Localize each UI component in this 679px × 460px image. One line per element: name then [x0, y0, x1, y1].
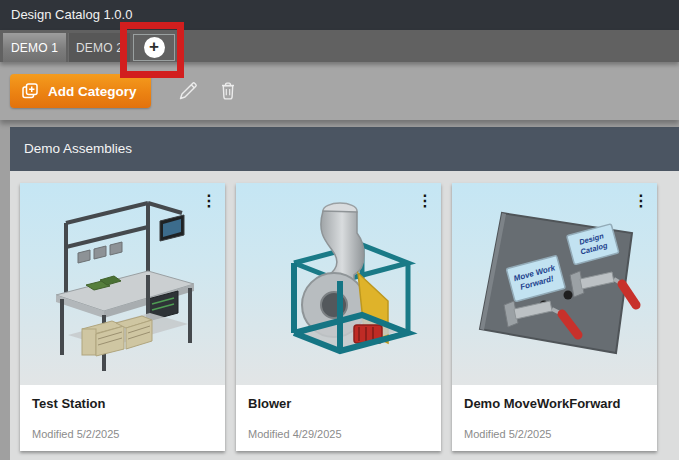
kebab-menu-icon[interactable]: ⋮ — [631, 187, 651, 213]
card-modified-date: Modified 5/2/2025 — [32, 428, 213, 440]
card-test-station[interactable]: ⋮ Test Station Modified 5/2/2025 — [20, 183, 225, 451]
add-tab-button[interactable]: + — [133, 34, 175, 61]
card-modified-date: Modified 4/29/2025 — [248, 428, 429, 440]
add-category-plus-icon — [20, 81, 40, 101]
card-blower[interactable]: ⋮ Blower Modified 4/29/2025 — [236, 183, 441, 451]
card-modified-date: Modified 5/2/2025 — [464, 428, 645, 440]
tab-demo-1-label: DEMO 1 — [11, 41, 58, 55]
card-demo-moveworkforward[interactable]: Move Work Forward! Design Catalog — [452, 183, 657, 451]
card-thumbnail-area: ⋮ — [20, 183, 225, 385]
add-category-button[interactable]: Add Category — [10, 74, 151, 108]
moveworkforward-thumbnail: Move Work Forward! Design Catalog — [452, 183, 657, 385]
window-title: Design Catalog 1.0.0 — [11, 7, 132, 22]
card-title: Test Station — [32, 396, 213, 411]
card-thumbnail-area: Move Work Forward! Design Catalog — [452, 183, 657, 385]
panel-header: Demo Assemblies — [10, 127, 679, 171]
card-info: Blower Modified 4/29/2025 — [236, 385, 441, 440]
card-title: Blower — [248, 396, 429, 411]
card-info: Test Station Modified 5/2/2025 — [20, 385, 225, 440]
kebab-menu-icon[interactable]: ⋮ — [199, 187, 219, 213]
test-station-thumbnail — [20, 183, 225, 385]
delete-trash-icon[interactable] — [215, 78, 241, 104]
edit-pencil-icon[interactable] — [175, 78, 201, 104]
panel-header-label: Demo Assemblies — [24, 141, 132, 156]
title-bar: Design Catalog 1.0.0 — [0, 0, 679, 30]
tab-strip: DEMO 1 DEMO 2 + — [0, 30, 679, 62]
plus-icon: + — [144, 37, 165, 58]
card-info: Demo MoveWorkForward Modified 5/2/2025 — [452, 385, 657, 440]
panel-body: ⋮ Test Station Modified 5/2/2025 — [10, 171, 679, 460]
add-category-label: Add Category — [48, 84, 137, 99]
tab-demo-1[interactable]: DEMO 1 — [3, 33, 66, 62]
card-title: Demo MoveWorkForward — [464, 396, 645, 411]
category-toolbar: Add Category — [0, 62, 679, 120]
kebab-menu-icon[interactable]: ⋮ — [415, 187, 435, 213]
tab-demo-2-label: DEMO 2 — [76, 41, 123, 55]
blower-thumbnail — [236, 183, 441, 385]
card-thumbnail-area: ⋮ — [236, 183, 441, 385]
tab-demo-2[interactable]: DEMO 2 — [68, 33, 130, 62]
demo-assemblies-panel: Demo Assemblies — [10, 127, 679, 460]
